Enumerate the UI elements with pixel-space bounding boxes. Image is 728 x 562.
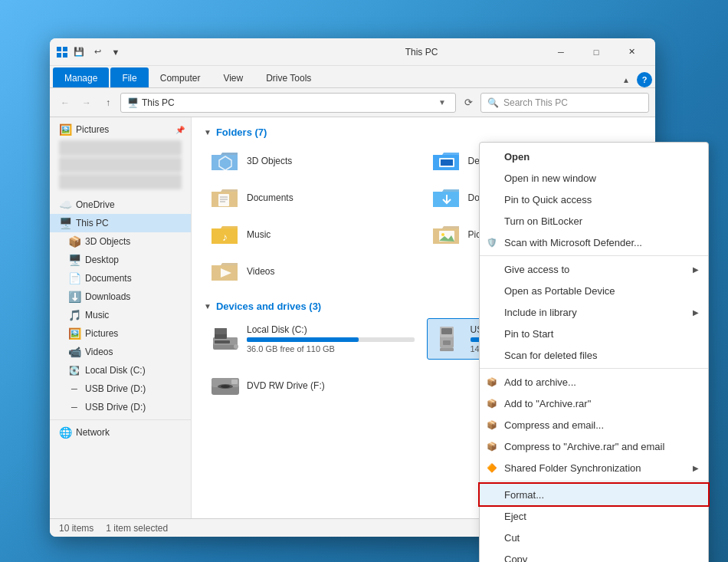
music-icon: 🎵 bbox=[68, 309, 80, 321]
sidebar-item-pictures2[interactable]: 🖼️ Pictures bbox=[50, 324, 191, 343]
svg-rect-24 bbox=[443, 340, 451, 345]
minimize-button[interactable]: ─ bbox=[543, 40, 579, 64]
ctx-cut[interactable]: Cut bbox=[480, 527, 708, 548]
folder-item-videos[interactable]: Videos bbox=[204, 255, 422, 288]
sidebar: 🖼️ Pictures 📌 ☁️ OneDrive 🖥️ This PC 📦 3… bbox=[50, 117, 192, 518]
sidebar-item-music[interactable]: 🎵 Music bbox=[50, 306, 191, 324]
ctx-add-archive[interactable]: 📦 Add to archive... bbox=[480, 371, 708, 393]
ctx-library-arrow: ▶ bbox=[693, 308, 699, 317]
sidebar-item-thispc[interactable]: 🖥️ This PC bbox=[50, 214, 191, 232]
address-path[interactable]: 🖥️ This PC ▼ bbox=[120, 93, 456, 113]
folder-name-documents: Documents bbox=[247, 192, 293, 203]
folders-chevron-icon[interactable]: ▼ bbox=[204, 128, 212, 136]
help-button[interactable]: ? bbox=[637, 72, 652, 87]
sidebar-item-documents[interactable]: 📄 Documents bbox=[50, 269, 191, 288]
search-box[interactable]: 🔍 Search This PC bbox=[480, 93, 649, 113]
window-controls: ─ □ ✕ bbox=[543, 40, 649, 64]
ctx-format[interactable]: Format... bbox=[480, 484, 708, 505]
svg-rect-23 bbox=[441, 328, 452, 334]
window-icon bbox=[56, 46, 68, 58]
ribbon-collapse-icon[interactable]: ▲ bbox=[618, 72, 634, 87]
sidebar-item-videos[interactable]: 📹 Videos bbox=[50, 343, 191, 361]
ctx-compress-rar-email[interactable]: 📦 Compress to "Archive.rar" and email bbox=[480, 435, 708, 457]
sidebar-blurred-2 bbox=[59, 157, 182, 173]
refresh-button[interactable]: ⟳ bbox=[459, 94, 477, 112]
pictures-icon: 🖼️ bbox=[59, 123, 71, 136]
folders-section-title: Folders (7) bbox=[216, 127, 267, 138]
folder-icon-videos bbox=[210, 259, 241, 284]
ctx-portable[interactable]: Open as Portable Device bbox=[480, 280, 708, 301]
ctx-bitlocker[interactable]: Turn on BitLocker bbox=[480, 210, 708, 232]
maximize-button[interactable]: □ bbox=[579, 40, 614, 64]
ctx-add-rar-label: Add to "Archive.rar" bbox=[504, 398, 591, 409]
compress-rar-icon: 📦 bbox=[486, 440, 498, 452]
quick-access-undo-btn[interactable]: ↩ bbox=[90, 44, 105, 60]
sidebar-item-desktop[interactable]: 🖥️ Desktop bbox=[50, 251, 191, 269]
drives-chevron-icon[interactable]: ▼ bbox=[204, 302, 212, 311]
drive-item-dvd[interactable]: DVD RW Drive (F:) bbox=[204, 366, 421, 406]
add-rar-icon: 📦 bbox=[486, 397, 498, 409]
sidebar-item-usbd1[interactable]: ─ USB Drive (D:) bbox=[50, 380, 191, 398]
folder-item-music[interactable]: ♪ Music bbox=[204, 218, 422, 251]
forward-button[interactable]: → bbox=[77, 94, 96, 112]
ribbon-right: ▲ ? bbox=[618, 72, 652, 87]
folder-item-documents[interactable]: Documents bbox=[204, 181, 422, 215]
drive-name-dvd: DVD RW Drive (F:) bbox=[247, 380, 415, 391]
ctx-pin-start-label: Pin to Start bbox=[504, 328, 553, 340]
close-button[interactable]: ✕ bbox=[614, 40, 649, 64]
back-button[interactable]: ← bbox=[56, 94, 74, 112]
ctx-add-rar[interactable]: 📦 Add to "Archive.rar" bbox=[480, 393, 708, 414]
tab-drive-tools[interactable]: Drive Tools bbox=[254, 67, 323, 87]
videos-icon: 📹 bbox=[68, 346, 80, 358]
ctx-copy-label: Copy bbox=[504, 554, 527, 563]
sidebar-item-pictures[interactable]: 🖼️ Pictures 📌 bbox=[50, 120, 191, 139]
sidebar-label-network: Network bbox=[76, 427, 110, 438]
drive-free-c: 36.0 GB free of 110 GB bbox=[247, 344, 415, 353]
address-chevron-icon: ▼ bbox=[438, 98, 449, 107]
ctx-open-new-window[interactable]: Open in new window bbox=[480, 167, 708, 189]
ctx-open[interactable]: Open bbox=[480, 146, 708, 167]
ctx-defender[interactable]: 🛡️ Scan with Microsoft Defender... bbox=[480, 232, 708, 253]
ctx-scan-deleted[interactable]: Scan for deleted files bbox=[480, 344, 708, 366]
address-path-text: This PC bbox=[142, 97, 175, 108]
drive-info-dvd: DVD RW Drive (F:) bbox=[247, 380, 415, 391]
sidebar-item-onedrive[interactable]: ☁️ OneDrive bbox=[50, 196, 191, 214]
tab-file[interactable]: File bbox=[110, 67, 148, 87]
drive-info-c: Local Disk (C:) 36.0 GB free of 110 GB bbox=[247, 324, 415, 353]
ctx-eject[interactable]: Eject bbox=[480, 505, 708, 527]
quick-access-save-btn[interactable]: 💾 bbox=[71, 44, 87, 60]
ctx-pin-start[interactable]: Pin to Start bbox=[480, 323, 708, 344]
ctx-scan-deleted-label: Scan for deleted files bbox=[504, 350, 597, 361]
svg-text:♪: ♪ bbox=[222, 231, 228, 243]
ctx-shared-sync[interactable]: 🔶 Shared Folder Synchronization ▶ bbox=[480, 457, 708, 478]
sidebar-item-usbd2[interactable]: ─ USB Drive (D:) bbox=[50, 398, 191, 416]
ctx-give-access[interactable]: Give access to ▶ bbox=[480, 258, 708, 280]
up-button[interactable]: ↑ bbox=[99, 94, 117, 112]
ctx-compress-email[interactable]: 📦 Compress and email... bbox=[480, 414, 708, 435]
tab-computer[interactable]: Computer bbox=[149, 67, 212, 87]
sidebar-item-downloads[interactable]: ⬇️ Downloads bbox=[50, 288, 191, 306]
drives-section-title: Devices and drives (3) bbox=[216, 301, 321, 312]
usbd2-icon: ─ bbox=[68, 401, 80, 413]
ctx-library[interactable]: Include in library ▶ bbox=[480, 301, 708, 323]
pin-icon: 📌 bbox=[175, 126, 185, 134]
sidebar-item-3dobjects[interactable]: 📦 3D Objects bbox=[50, 232, 191, 251]
sidebar-item-network[interactable]: 🌐 Network bbox=[50, 423, 191, 442]
sidebar-label-documents: Documents bbox=[85, 273, 132, 284]
ctx-defender-label: Scan with Microsoft Defender... bbox=[504, 237, 642, 248]
sidebar-item-localc[interactable]: 💽 Local Disk (C:) bbox=[50, 361, 191, 380]
sidebar-label-thispc: This PC bbox=[76, 218, 109, 228]
ctx-pin-quick-access[interactable]: Pin to Quick access bbox=[480, 189, 708, 210]
folder-item-3dobjects[interactable]: 3D Objects bbox=[204, 144, 422, 178]
usbd1-icon: ─ bbox=[68, 383, 80, 395]
sidebar-label-pictures2: Pictures bbox=[85, 328, 118, 339]
ctx-copy[interactable]: Copy bbox=[480, 548, 708, 562]
ctx-give-access-label: Give access to bbox=[504, 264, 569, 275]
quick-access-more-btn[interactable]: ▼ bbox=[108, 44, 123, 60]
drive-item-c[interactable]: Local Disk (C:) 36.0 GB free of 110 GB bbox=[204, 318, 421, 360]
tab-manage[interactable]: Manage bbox=[53, 67, 109, 87]
tab-view[interactable]: View bbox=[212, 67, 254, 87]
onedrive-icon: ☁️ bbox=[59, 199, 71, 211]
drive-name-c: Local Disk (C:) bbox=[247, 324, 415, 335]
context-menu: Open Open in new window Pin to Quick acc… bbox=[479, 142, 709, 562]
